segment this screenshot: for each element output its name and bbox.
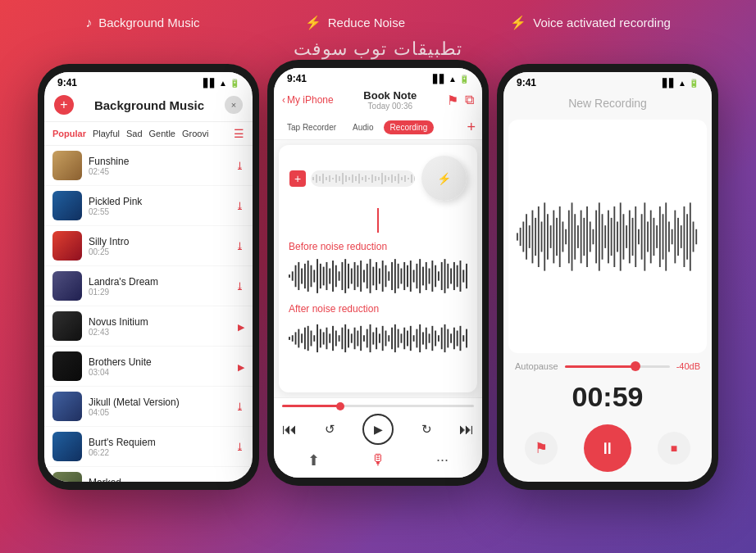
crop-nav-icon[interactable]: ⧉ — [465, 93, 474, 108]
rewind-button[interactable]: ↺ — [325, 422, 335, 437]
svg-rect-191 — [595, 210, 597, 263]
svg-rect-95 — [431, 261, 433, 292]
svg-rect-210 — [654, 217, 655, 255]
svg-rect-12 — [352, 175, 353, 183]
svg-rect-23 — [388, 177, 389, 180]
svg-rect-68 — [348, 264, 349, 288]
svg-rect-108 — [292, 335, 294, 342]
autopause-slider[interactable] — [565, 365, 670, 368]
status-icons: ▋▋ ▲ 🔋 — [203, 79, 239, 88]
svg-rect-218 — [677, 217, 679, 255]
skip-forward-button[interactable]: ⏭ — [459, 421, 474, 438]
stop-button[interactable]: ■ — [658, 432, 690, 465]
play-button[interactable]: ▶ — [238, 319, 244, 333]
flag-button[interactable]: ⚑ — [525, 432, 558, 465]
svg-rect-138 — [385, 331, 387, 347]
svg-rect-212 — [659, 206, 661, 267]
download-button[interactable]: ⤓ — [235, 238, 244, 253]
download-button[interactable]: ⤓ — [235, 479, 244, 482]
svg-rect-216 — [672, 229, 673, 244]
back-button[interactable]: ‹ My iPhone — [282, 94, 334, 106]
svg-rect-132 — [367, 329, 368, 348]
list-item[interactable]: Landra's Dream 01:29 ⤓ — [44, 266, 253, 306]
list-item[interactable]: Funshine 02:45 ⤓ — [44, 146, 253, 186]
svg-rect-136 — [379, 333, 380, 342]
list-item[interactable]: Silly Intro 00:25 ⤓ — [44, 226, 253, 266]
play-button[interactable]: ▶ — [238, 359, 244, 374]
svg-rect-28 — [404, 175, 406, 182]
tab-playful[interactable]: Playful — [93, 127, 120, 140]
svg-rect-31 — [414, 176, 415, 181]
skip-back-button[interactable]: ⏮ — [282, 421, 297, 438]
svg-rect-178 — [556, 217, 558, 255]
center-nav-actions: ⚑ ⧉ — [447, 93, 474, 108]
tab-audio[interactable]: Audio — [346, 120, 380, 134]
download-button[interactable]: ⤓ — [235, 439, 244, 454]
svg-rect-93 — [426, 262, 427, 290]
svg-rect-73 — [363, 270, 365, 282]
svg-rect-102 — [453, 262, 455, 290]
download-button[interactable]: ⤓ — [235, 158, 244, 173]
close-button[interactable]: × — [225, 96, 243, 114]
svg-rect-208 — [647, 221, 649, 252]
flag-nav-icon[interactable]: ⚑ — [447, 93, 458, 108]
download-button[interactable]: ⤓ — [235, 399, 244, 414]
tab-groovi[interactable]: Groovi — [182, 127, 208, 140]
svg-rect-140 — [391, 328, 393, 350]
download-button[interactable]: ⤓ — [235, 279, 244, 293]
svg-rect-22 — [385, 175, 386, 182]
tab-popular[interactable]: Popular — [52, 127, 86, 140]
list-item[interactable]: Marked 02:33 ⤓ — [44, 467, 253, 482]
mic-button[interactable]: 🎙 — [371, 451, 385, 469]
list-item[interactable]: Brothers Unite 03:04 ▶ — [44, 347, 253, 387]
add-music-button[interactable]: + — [54, 95, 74, 115]
svg-rect-200 — [623, 214, 625, 260]
svg-rect-183 — [572, 202, 573, 270]
svg-rect-71 — [357, 265, 358, 288]
song-thumbnail — [52, 472, 82, 482]
tab-sad[interactable]: Sad — [126, 127, 143, 140]
genre-menu-icon[interactable]: ☰ — [234, 127, 244, 140]
after-noise-section: After noise reduction — [285, 300, 471, 362]
svg-rect-21 — [381, 173, 383, 184]
svg-rect-105 — [462, 270, 464, 282]
play-pause-button[interactable]: ▶ — [362, 414, 394, 445]
svg-rect-59 — [320, 264, 321, 288]
svg-rect-26 — [398, 174, 399, 184]
center-phone: 9:41 ▋▋ ▲ 🔋 ‹ My iPhone Book Note Today … — [267, 60, 489, 486]
svg-rect-14 — [358, 174, 360, 184]
share-button[interactable]: ⬆ — [307, 451, 320, 469]
list-item[interactable]: Novus Initium 02:43 ▶ — [44, 306, 253, 347]
record-knob[interactable]: ⚡ — [421, 156, 467, 201]
svg-rect-189 — [590, 221, 591, 252]
list-item[interactable]: Burt's Requiem 06:22 ⤓ — [44, 427, 253, 467]
svg-rect-201 — [626, 225, 627, 248]
add-recording-button[interactable]: + — [467, 119, 476, 136]
right-phone: 9:41 ▋▋ ▲ 🔋 New Recording — [497, 64, 718, 490]
list-item[interactable]: Pickled Pink 02:55 ⤓ — [44, 186, 253, 226]
svg-rect-146 — [410, 326, 412, 351]
tab-recording[interactable]: Recording — [384, 120, 435, 134]
svg-rect-55 — [307, 261, 309, 292]
svg-rect-61 — [326, 262, 327, 290]
tab-tap-recorder[interactable]: Tap Recorder — [280, 120, 343, 134]
svg-rect-199 — [620, 202, 622, 270]
progress-bar[interactable] — [282, 405, 474, 407]
forward-button[interactable]: ↻ — [421, 422, 432, 437]
right-record-controls: ⚑ ⏸ ■ — [503, 418, 712, 482]
svg-rect-56 — [311, 265, 312, 288]
svg-rect-192 — [599, 202, 600, 270]
more-button[interactable]: ··· — [436, 451, 449, 469]
song-info: Burt's Requiem 06:22 — [89, 437, 229, 457]
svg-rect-5 — [329, 175, 330, 182]
autopause-label: Autopause — [515, 361, 558, 371]
download-button[interactable]: ⤓ — [235, 198, 244, 213]
red-plus-button[interactable]: + — [289, 170, 306, 187]
list-item[interactable]: Jikull (Metal Version) 04:05 ⤓ — [44, 387, 253, 427]
center-nav: ‹ My iPhone Book Note Today 00:36 ⚑ ⧉ — [274, 86, 482, 116]
label-voice-activated: ⚡ Voice activated recording — [510, 15, 671, 30]
svg-rect-65 — [339, 271, 340, 280]
song-list: Funshine 02:45 ⤓ Pickled Pink 02:55 ⤓ — [44, 146, 253, 482]
pause-button[interactable]: ⏸ — [584, 424, 631, 472]
tab-gentle[interactable]: Gentle — [149, 127, 175, 140]
